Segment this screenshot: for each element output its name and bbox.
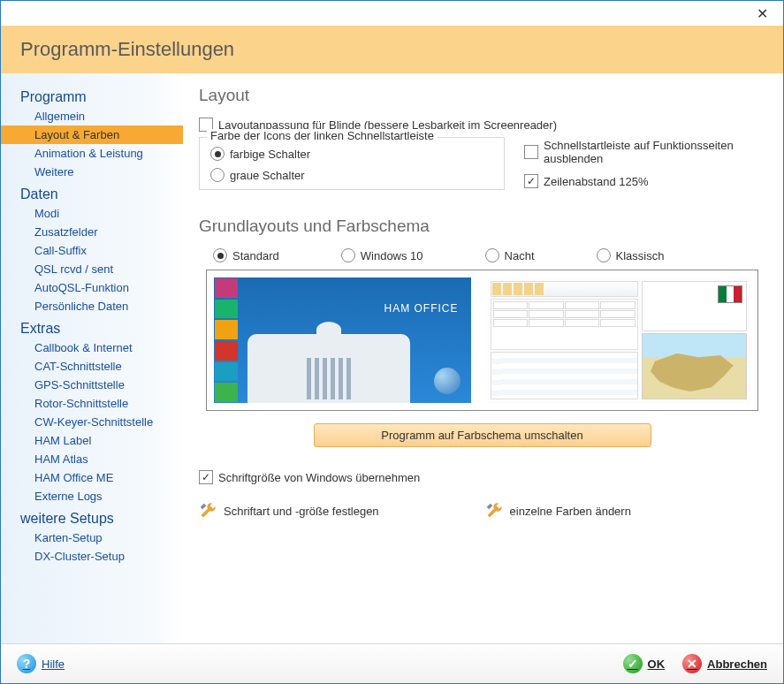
sidebar-item-autoqsl[interactable]: AutoQSL-Funktion xyxy=(1,278,183,297)
scheme-preview: HAM OFFICE xyxy=(206,270,758,411)
sidebar-group-programm: Programm xyxy=(1,84,183,107)
section-title-scheme: Grundlayouts und Farbschema xyxy=(199,217,765,236)
sidebar-item-cw-keyer[interactable]: CW-Keyer-Schnittstelle xyxy=(1,413,183,431)
preview-building-icon xyxy=(247,334,410,403)
sidebar-item-weitere[interactable]: Weitere xyxy=(1,163,183,181)
globe-icon xyxy=(434,368,461,394)
help-icon: ? xyxy=(17,654,36,673)
check-icon: ✓ xyxy=(623,654,643,673)
radio-label: Standard xyxy=(232,249,279,262)
switch-scheme-button[interactable]: Programm auf Farbschema umschalten xyxy=(314,423,651,447)
sidebar-item-callbook-internet[interactable]: Callbook & Internet xyxy=(1,338,183,357)
cancel-label: Abbrechen xyxy=(707,657,767,671)
link-set-font[interactable]: Schriftart und -größe festlegen xyxy=(199,502,379,520)
link-set-colors[interactable]: einzelne Farben ändern xyxy=(485,502,631,520)
body-area: Programm Allgemein Layout & Farben Anima… xyxy=(1,73,783,643)
radio-icon xyxy=(597,248,611,262)
checkbox-inherit-windows-font[interactable]: Schriftgröße von Windows übernehmen xyxy=(199,470,765,484)
checkbox-icon xyxy=(199,470,213,484)
dialog-header: Programm-Einstellungen xyxy=(1,26,783,73)
scheme-radios: Standard Windows 10 Nacht Klassisch xyxy=(213,248,765,262)
radio-icon xyxy=(485,248,499,262)
link-set-colors-label: einzelne Farben ändern xyxy=(510,505,631,518)
settings-window: ✕ Programm-Einstellungen Programm Allgem… xyxy=(0,0,784,684)
sidebar-item-ham-atlas[interactable]: HAM Atlas xyxy=(1,450,183,468)
sidebar-item-layout-farben[interactable]: Layout & Farben xyxy=(1,125,183,144)
cancel-button[interactable]: ✕ Abbrechen xyxy=(682,654,767,673)
preview-form-fields xyxy=(491,299,638,350)
sidebar-item-ham-office-me[interactable]: HAM Office ME xyxy=(1,468,183,487)
sidebar-item-cat[interactable]: CAT-Schnittstelle xyxy=(1,357,183,376)
checkbox-label: Schnellstartleiste auf Funktionsseiten a… xyxy=(544,139,756,165)
preview-log-table xyxy=(491,352,638,399)
layout-right-checks: Schnellstartleiste auf Funktionsseiten a… xyxy=(524,137,756,194)
radio-icon xyxy=(210,168,225,182)
sidebar-group-extras: Extras xyxy=(1,315,183,338)
sidebar-item-gps[interactable]: GPS-Schnittstelle xyxy=(1,376,183,394)
switch-scheme-label: Programm auf Farbschema umschalten xyxy=(381,429,582,442)
preview-toolbar xyxy=(491,281,638,297)
radio-icon xyxy=(210,147,225,161)
flag-icon xyxy=(718,285,742,303)
group-icon-color: Farbe der Icons der linken Schnellstartl… xyxy=(199,137,505,190)
radio-label: graue Schalter xyxy=(230,169,305,182)
preview-start-screen: HAM OFFICE xyxy=(214,277,471,403)
layout-options-row: Farbe der Icons der linken Schnellstartl… xyxy=(199,137,765,201)
help-label: Hilfe xyxy=(42,657,65,671)
radio-scheme-windows10[interactable]: Windows 10 xyxy=(341,248,423,262)
sidebar-item-karten-setup[interactable]: Karten-Setup xyxy=(1,528,183,547)
group-icon-color-legend: Farbe der Icons der linken Schnellstartl… xyxy=(207,129,438,142)
checkbox-label: Schriftgröße von Windows übernehmen xyxy=(218,471,420,484)
ok-button[interactable]: ✓ OK xyxy=(623,654,666,673)
checkbox-icon xyxy=(524,174,538,188)
preview-map xyxy=(642,333,747,399)
radio-gray-icons[interactable]: graue Schalter xyxy=(210,168,493,182)
sidebar-item-call-suffix[interactable]: Call-Suffix xyxy=(1,241,183,260)
radio-scheme-klassisch[interactable]: Klassisch xyxy=(597,248,665,262)
radio-scheme-standard[interactable]: Standard xyxy=(213,248,279,262)
preview-info-panel xyxy=(642,281,747,331)
link-set-font-label: Schriftart und -größe festlegen xyxy=(224,505,379,518)
section-title-layout: Layout xyxy=(199,86,765,105)
wrench-icon xyxy=(199,502,217,520)
help-button[interactable]: ? Hilfe xyxy=(17,654,65,673)
checkbox-label: Zeilenabstand 125% xyxy=(544,175,649,188)
radio-icon xyxy=(341,248,355,262)
footer-bar: ? Hilfe ✓ OK ✕ Abbrechen xyxy=(1,643,783,683)
cancel-icon: ✕ xyxy=(682,654,702,673)
content-panel: Layout Layoutanpassung für Blinde (besse… xyxy=(183,73,783,643)
sidebar-item-dx-cluster-setup[interactable]: DX-Cluster-Setup xyxy=(1,547,183,566)
radio-label: Klassisch xyxy=(616,249,665,262)
sidebar-item-zusatzfelder[interactable]: Zusatzfelder xyxy=(1,223,183,241)
radio-label: Windows 10 xyxy=(361,249,423,262)
sidebar-item-qsl-rcvd-sent[interactable]: QSL rcvd / sent xyxy=(1,260,183,278)
close-icon: ✕ xyxy=(757,5,768,22)
preview-log-window xyxy=(487,277,751,403)
sidebar-item-ham-label[interactable]: HAM Label xyxy=(1,431,183,450)
close-button[interactable]: ✕ xyxy=(744,3,780,24)
radio-icon xyxy=(213,248,227,262)
preview-scene: HAM OFFICE xyxy=(239,277,471,403)
checkbox-icon xyxy=(524,145,538,159)
radio-scheme-nacht[interactable]: Nacht xyxy=(485,248,535,262)
ok-label: OK xyxy=(648,657,666,671)
dialog-title: Programm-Einstellungen xyxy=(20,38,234,60)
sidebar-item-rotor[interactable]: Rotor-Schnittstelle xyxy=(1,394,183,413)
sidebar-item-modi[interactable]: Modi xyxy=(1,204,183,223)
checkbox-hide-quickbar[interactable]: Schnellstartleiste auf Funktionsseiten a… xyxy=(524,139,756,165)
preview-ham-office-label: HAM OFFICE xyxy=(384,302,459,315)
sidebar-item-animation-leistung[interactable]: Animation & Leistung xyxy=(1,144,183,163)
sidebar-group-weitere-setups: weitere Setups xyxy=(1,505,183,528)
radio-label: Nacht xyxy=(505,249,535,262)
sidebar-item-externe-logs[interactable]: Externe Logs xyxy=(1,487,183,505)
radio-color-icons[interactable]: farbige Schalter xyxy=(210,147,493,161)
sidebar: Programm Allgemein Layout & Farben Anima… xyxy=(1,73,183,643)
titlebar: ✕ xyxy=(1,1,783,26)
sidebar-group-daten: Daten xyxy=(1,181,183,204)
sidebar-item-persoenliche-daten[interactable]: Persönliche Daten xyxy=(1,297,183,315)
wrench-icon xyxy=(485,502,503,520)
sidebar-item-allgemein[interactable]: Allgemein xyxy=(1,107,183,125)
radio-label: farbige Schalter xyxy=(230,148,310,161)
checkbox-line-spacing[interactable]: Zeilenabstand 125% xyxy=(524,174,756,188)
preview-tile-column xyxy=(214,277,239,403)
